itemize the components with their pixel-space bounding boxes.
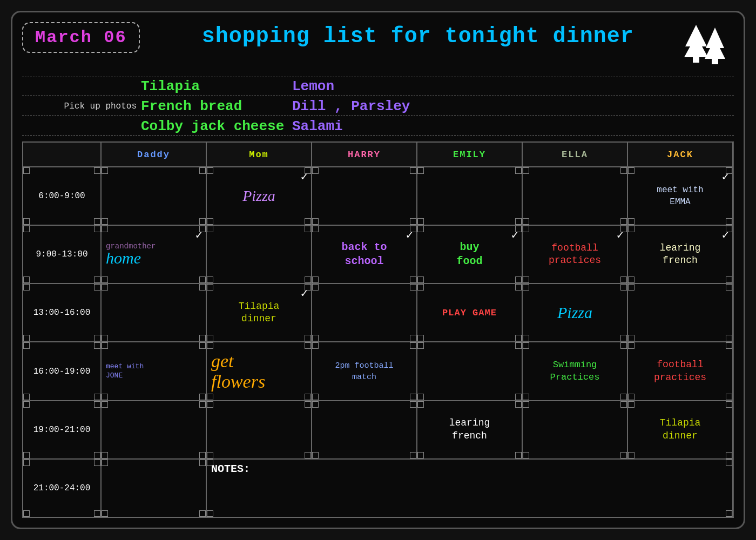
learing-french-jack-row2: learingfrench xyxy=(632,242,728,267)
tilapia-dinner-jack: Tilapiadinner xyxy=(632,417,728,442)
cell-row3-jack xyxy=(627,284,733,342)
buy-food-text: buyfood xyxy=(422,240,517,268)
cell-row3-mom: ✓ Tilapiadinner xyxy=(206,284,312,342)
header-ella: ELLA xyxy=(522,142,627,167)
checkmark-row2-harry: ✓ xyxy=(406,228,413,242)
cell-row4-jack: footballpractices xyxy=(627,342,733,400)
cell-row3-ella: Pizza xyxy=(522,284,627,342)
pickup-label-2: Pick up photos xyxy=(22,102,141,111)
cell-row2-emily: ✓ buyfood xyxy=(417,225,522,284)
time-row5: 19:00-21:00 xyxy=(23,401,101,459)
cell-row5-jack: Tilapiadinner xyxy=(627,401,733,459)
checkmark-row1-mom: ✓ xyxy=(301,170,308,184)
football-match-text: 2pm footballmatch xyxy=(316,360,412,383)
time-label-row4: 16:00-19:00 xyxy=(28,367,96,376)
col-jack-label: JACK xyxy=(667,150,693,160)
header-daddy: Daddy xyxy=(101,142,206,167)
header-jack: JACK xyxy=(627,142,733,167)
checkmark-row2-ella: ✓ xyxy=(617,228,624,242)
header-emily: EMILY xyxy=(417,142,522,167)
cell-row3-harry xyxy=(312,284,417,342)
cell-row1-emily xyxy=(417,167,522,225)
board: March 06 shopping list for tonight dinne… xyxy=(11,11,745,529)
header-harry: HARRY xyxy=(312,142,417,167)
time-label-row3: 13:00-16:00 xyxy=(28,308,96,318)
cell-row2-harry: ✓ back toschool xyxy=(312,225,417,284)
shopping-area: Tilapia Lemon Pick up photos French brea… xyxy=(22,77,734,136)
header-time xyxy=(23,142,101,167)
get-flowers-text: getflowers xyxy=(211,351,265,392)
svg-rect-5 xyxy=(712,59,718,64)
top-row1: March 06 shopping list for tonight dinne… xyxy=(22,22,734,75)
main-title: shopping list for tonight dinner xyxy=(140,22,680,49)
date-box: March 06 xyxy=(22,22,140,53)
cell-row5-mom xyxy=(206,401,312,459)
checkmark-row1-jack: ✓ xyxy=(722,170,729,184)
shopping-row-3: Colby jack cheese Salami xyxy=(22,117,734,136)
cell-row5-emily: learingfrench xyxy=(417,401,522,459)
col-emily-label: EMILY xyxy=(453,150,486,160)
checkmark-row2-jack: ✓ xyxy=(722,228,729,242)
time-label-row6: 21:00-24:00 xyxy=(28,483,96,493)
svg-rect-2 xyxy=(693,57,699,63)
cell-row4-harry: 2pm footballmatch xyxy=(312,342,417,400)
tree-icon xyxy=(680,22,728,75)
cell-row1-harry xyxy=(312,167,417,225)
home-text: home xyxy=(106,250,141,266)
cell-row1-mom: ✓ Pizza xyxy=(206,167,312,225)
tilapia-dinner-mom: Tilapiadinner xyxy=(211,300,307,326)
football-red-jack: footballpractices xyxy=(632,359,728,384)
cell-row5-daddy xyxy=(101,401,206,459)
time-label-row2: 9:00-13:00 xyxy=(28,249,96,259)
cell-row1-daddy xyxy=(101,167,206,225)
shop-item-tilapia: Tilapia xyxy=(141,78,292,94)
cell-row4-mom: getflowers xyxy=(206,342,312,400)
date-label: March 06 xyxy=(35,28,127,48)
time-row6: 21:00-24:00 xyxy=(23,459,101,517)
cell-row4-emily xyxy=(417,342,522,400)
time-row1: 6:00-9:00 xyxy=(23,167,101,225)
col-daddy-label: Daddy xyxy=(137,150,170,160)
top-section: March 06 shopping list for tonight dinne… xyxy=(22,22,734,138)
learing-french-emily: learingfrench xyxy=(422,417,517,442)
time-label-row1: 6:00-9:00 xyxy=(28,191,96,201)
pizza-row1-mom: Pizza xyxy=(211,187,307,205)
cell-row2-ella: ✓ footballpractices xyxy=(522,225,627,284)
cell-row6-notes: NOTES: xyxy=(206,459,733,517)
shopping-row-2: Pick up photos French bread Dill , Parsl… xyxy=(22,97,734,116)
football-practices-ella: footballpractices xyxy=(527,242,623,267)
shop-item-french-bread: French bread xyxy=(141,98,292,114)
shop-item-lemon: Lemon xyxy=(292,78,334,94)
cell-row1-jack: ✓ meet withEMMA xyxy=(627,167,733,225)
cell-row1-ella xyxy=(522,167,627,225)
play-game-text: PLAY GAME xyxy=(422,308,517,318)
time-label-row5: 19:00-21:00 xyxy=(28,425,96,435)
time-row3: 13:00-16:00 xyxy=(23,284,101,342)
notes-label: NOTES: xyxy=(211,463,250,475)
meet-jone-text: meet withJONE xyxy=(106,362,144,381)
cell-row6-daddy xyxy=(101,459,206,517)
col-harry-label: HARRY xyxy=(348,150,381,160)
col-mom-label: Mom xyxy=(249,150,269,160)
checkmark-row2-emily: ✓ xyxy=(511,228,518,242)
swimming-text: SwimmingPractices xyxy=(527,359,623,383)
checkmark-row3-mom: ✓ xyxy=(301,286,308,301)
time-row2: 9:00-13:00 xyxy=(23,225,101,284)
col-ella-label: ELLA xyxy=(562,150,588,160)
shop-item-colby: Colby jack cheese xyxy=(141,118,292,134)
cell-row3-daddy xyxy=(101,284,206,342)
shop-item-salami: Salami xyxy=(292,118,343,134)
cell-row5-harry xyxy=(312,401,417,459)
time-row4: 16:00-19:00 xyxy=(23,342,101,400)
cell-row5-ella xyxy=(522,401,627,459)
svg-marker-4 xyxy=(705,38,725,59)
checkmark-row2-daddy: ✓ xyxy=(195,228,202,242)
cell-row2-daddy: ✓ grandmother home xyxy=(101,225,206,284)
back-to-school-text: back toschool xyxy=(316,240,412,268)
pizza-ella-row3: Pizza xyxy=(527,303,623,322)
cell-row4-daddy: meet withJONE xyxy=(101,342,206,400)
schedule-table: Daddy Mom HARRY EMILY ELLA JACK 6:00-9:0… xyxy=(22,141,734,518)
cell-row3-emily: PLAY GAME xyxy=(417,284,522,342)
header-mom: Mom xyxy=(206,142,312,167)
cell-row4-ella: SwimmingPractices xyxy=(522,342,627,400)
